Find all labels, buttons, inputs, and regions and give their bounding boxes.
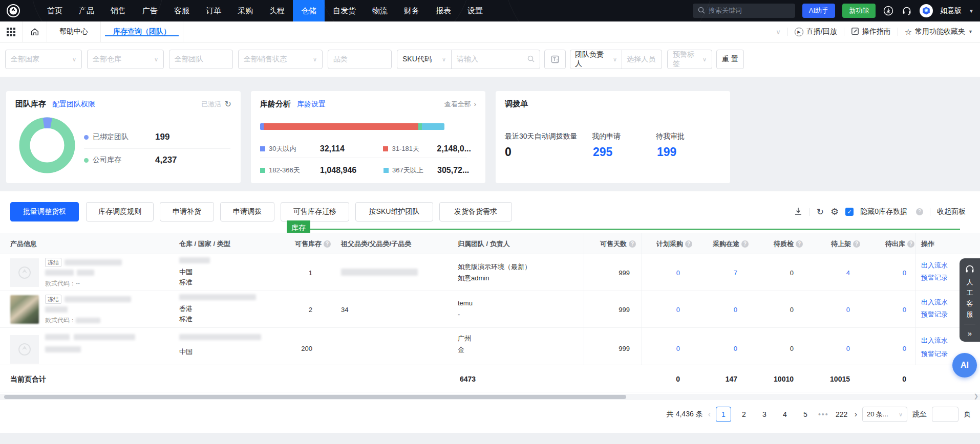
table-row[interactable]: 冻结 款式代码：-- 中国 标准 1 如意版演示环境（最新） 如意admin 9…: [0, 254, 980, 291]
pending-shelving-link[interactable]: 0: [812, 306, 850, 314]
apply-transfer-button[interactable]: 申请调拨: [220, 202, 274, 221]
configure-team-permission-link[interactable]: 配置团队权限: [52, 100, 95, 109]
operation-guide-button[interactable]: 操作指南: [851, 27, 891, 37]
help-circle-icon[interactable]: ?: [853, 240, 860, 248]
planned-purchase-link[interactable]: 0: [643, 345, 680, 352]
table-row[interactable]: 冻结 款式代码： 香港 标准 2 34 temu - 999 0 0 0 0 0…: [0, 291, 980, 328]
pending-shelving-link[interactable]: 4: [812, 269, 850, 277]
sellable-stock-migration-button[interactable]: 可售库存迁移: [281, 202, 349, 221]
stock-dispatch-rules-button[interactable]: 库存调度规则: [86, 202, 154, 221]
nav-item-products[interactable]: 产品: [71, 0, 102, 21]
jump-page-input[interactable]: [932, 407, 958, 422]
page-5[interactable]: 5: [798, 407, 813, 422]
nav-item-reports[interactable]: 报表: [428, 0, 459, 21]
shipping-stock-demand-button[interactable]: 发货备货需求: [439, 202, 512, 221]
nav-item-logistics[interactable]: 物流: [364, 0, 396, 21]
download-icon[interactable]: [883, 5, 894, 16]
warning-record-link[interactable]: 预警记录: [921, 273, 948, 282]
purchase-transit-link[interactable]: 0: [699, 345, 737, 352]
nav-item-customer-service[interactable]: 客服: [166, 0, 198, 21]
team-select[interactable]: 全部团队: [169, 50, 233, 69]
help-circle-icon[interactable]: ?: [324, 240, 331, 248]
headset-icon[interactable]: [901, 5, 912, 16]
prev-page-arrow[interactable]: ‹: [708, 410, 711, 419]
scroll-right-arrow[interactable]: ❯: [974, 393, 978, 399]
refresh-icon[interactable]: ↻: [817, 208, 824, 216]
nav-item-sales[interactable]: 销售: [102, 0, 134, 21]
help-circle-icon[interactable]: ?: [741, 240, 749, 248]
batch-input-icon-button[interactable]: [544, 50, 566, 69]
nav-item-warehouse[interactable]: 仓储: [293, 0, 325, 21]
leader-type-select[interactable]: 团队负责人∨: [570, 50, 622, 69]
help-circle-icon[interactable]: ?: [796, 240, 803, 248]
horizontal-scrollbar[interactable]: ❯: [0, 394, 980, 400]
apps-grid-icon[interactable]: [0, 21, 23, 42]
nav-item-orders[interactable]: 订单: [198, 0, 229, 21]
my-applications-count[interactable]: 295: [593, 145, 612, 159]
user-avatar[interactable]: [920, 4, 933, 17]
sku-input[interactable]: 请输入: [452, 55, 540, 64]
live-replay-button[interactable]: ▶ 直播/回放: [795, 27, 837, 36]
tab-help-center[interactable]: 帮助中心: [47, 21, 101, 42]
collapse-right-icon[interactable]: »: [968, 329, 972, 338]
pending-shelving-link[interactable]: 0: [812, 345, 850, 352]
help-circle-icon[interactable]: ?: [907, 240, 914, 248]
page-1[interactable]: 1: [716, 407, 731, 422]
page-4[interactable]: 4: [777, 407, 793, 422]
brand-logo-icon[interactable]: [6, 4, 20, 18]
export-download-icon[interactable]: [794, 207, 803, 217]
apply-replenishment-button[interactable]: 申请补货: [160, 202, 214, 221]
nav-item-first-leg[interactable]: 头程: [261, 0, 293, 21]
warning-tag-select[interactable]: 预警标签∨: [667, 50, 712, 69]
page-3[interactable]: 3: [757, 407, 772, 422]
nav-item-home[interactable]: 首页: [39, 0, 71, 21]
page-last[interactable]: 222: [834, 407, 849, 422]
maintain-team-by-sku-button[interactable]: 按SKU维护团队: [355, 202, 433, 221]
pending-outbound-link[interactable]: 0: [865, 269, 906, 277]
purchase-transit-link[interactable]: 0: [699, 306, 737, 314]
reset-button[interactable]: 重 置: [716, 50, 744, 69]
help-circle-icon[interactable]: ?: [916, 208, 923, 215]
home-tab-icon[interactable]: [23, 21, 47, 42]
global-search-input[interactable]: 搜索关键词: [693, 4, 795, 18]
table-row[interactable]: 中国 200 广州 金 999 0 0 0 0 0 出入流水 预警记录: [0, 328, 980, 365]
warehouse-select[interactable]: 全部仓库∨: [87, 50, 164, 69]
edition-label[interactable]: 如意版: [940, 6, 962, 15]
country-select[interactable]: 全部国家∨: [5, 50, 82, 69]
pending-outbound-link[interactable]: 0: [865, 306, 906, 314]
nav-item-self-shipping[interactable]: 自发货: [325, 0, 364, 21]
sku-type-select[interactable]: SKU代码∨: [397, 55, 451, 64]
ai-floating-button[interactable]: AI: [952, 353, 977, 378]
batch-adjust-ownership-button[interactable]: 批量调整货权: [10, 202, 79, 221]
person-select[interactable]: 选择人员: [622, 55, 662, 64]
category-select[interactable]: 品类: [328, 50, 392, 69]
next-page-arrow[interactable]: ›: [855, 410, 857, 419]
sales-status-select[interactable]: 全部销售状态∨: [238, 50, 323, 69]
page-2[interactable]: 2: [736, 407, 752, 422]
stock-flow-link[interactable]: 出入流水: [921, 298, 948, 307]
warning-record-link[interactable]: 预警记录: [921, 349, 948, 359]
purchase-transit-link[interactable]: 7: [699, 269, 737, 277]
nav-item-settings[interactable]: 设置: [459, 0, 491, 21]
stock-flow-link[interactable]: 出入流水: [921, 261, 948, 270]
new-feature-button[interactable]: 新功能: [842, 4, 876, 18]
help-circle-icon[interactable]: ?: [685, 240, 692, 248]
ai-assistant-button[interactable]: AI助手: [802, 4, 835, 18]
chevron-down-icon[interactable]: ∨: [776, 28, 781, 36]
pending-outbound-link[interactable]: 0: [865, 345, 906, 352]
chevron-down-icon[interactable]: ▼: [969, 8, 974, 14]
hide-zero-checkbox[interactable]: ✓: [845, 208, 854, 216]
tab-inventory-query-team[interactable]: 库存查询（团队）: [101, 21, 183, 42]
view-all-link[interactable]: 查看全部 ›: [444, 100, 476, 109]
scrollbar-thumb[interactable]: [4, 395, 626, 399]
nav-item-purchasing[interactable]: 采购: [229, 0, 261, 21]
page-size-select[interactable]: 20 条... ∨: [862, 407, 907, 422]
warning-record-link[interactable]: 预警记录: [921, 310, 948, 319]
refresh-icon[interactable]: ↻: [225, 99, 231, 109]
pagination-ellipsis[interactable]: •••: [818, 410, 829, 418]
favorites-menu[interactable]: ☆ 常用功能收藏夹 ▼: [905, 27, 973, 37]
planned-purchase-link[interactable]: 0: [643, 269, 680, 277]
human-service-widget[interactable]: 人 工 客 服 »: [960, 258, 980, 342]
nav-item-ads[interactable]: 广告: [134, 0, 166, 21]
collapse-panel-button[interactable]: 收起面板: [937, 207, 966, 216]
